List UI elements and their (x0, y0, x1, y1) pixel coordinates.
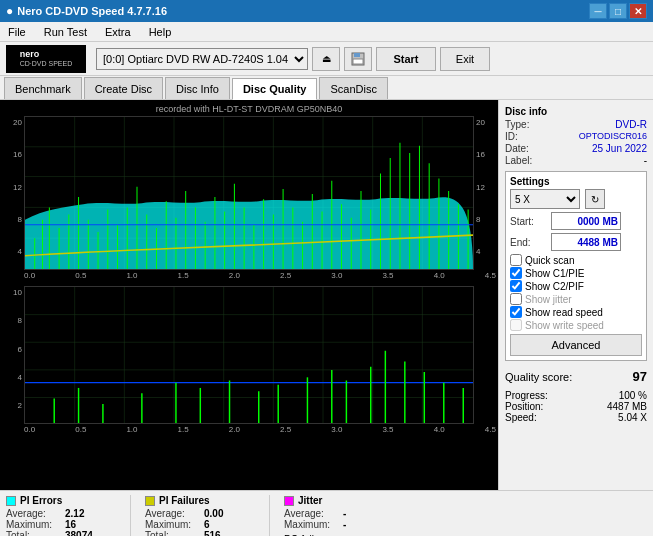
position-val: 4487 MB (607, 401, 647, 412)
position-row: Position: 4487 MB (505, 401, 647, 412)
show-jitter-row: Show jitter (510, 293, 642, 305)
show-c1pie-row: Show C1/PIE (510, 267, 642, 279)
speed-val: 5.04 X (618, 412, 647, 423)
disc-info-label: Disc info (505, 106, 647, 117)
jitter-avg-label: Average: (284, 508, 339, 519)
start-label: Start: (510, 216, 548, 227)
logo-text: nero (20, 50, 73, 60)
minimize-button[interactable]: ─ (589, 3, 607, 19)
tab-create-disc[interactable]: Create Disc (84, 77, 163, 99)
menu-help[interactable]: Help (145, 25, 176, 39)
drive-select[interactable]: [0:0] Optiarc DVD RW AD-7240S 1.04 (96, 48, 308, 70)
toolbar: nero CD·DVD SPEED [0:0] Optiarc DVD RW A… (0, 42, 653, 76)
bottom-x-axis: 0.00.51.01.52.02.53.03.54.04.5 (2, 424, 496, 438)
pif-total-val: 516 (204, 530, 244, 536)
start-input[interactable] (551, 212, 621, 230)
pi-errors-group: PI Errors Average: 2.12 Maximum: 16 Tota… (6, 495, 116, 536)
show-write-speed-row: Show write speed (510, 319, 642, 331)
show-c2pif-row: Show C2/PIF (510, 280, 642, 292)
eject-button[interactable]: ⏏ (312, 47, 340, 71)
chart-area: recorded with HL-DT-ST DVDRAM GP50NB40 2… (0, 100, 498, 490)
bottom-right-spacer (474, 286, 496, 424)
pi-failures-legend (145, 496, 155, 506)
quick-scan-checkbox[interactable] (510, 254, 522, 266)
jitter-group: Jitter Average: - Maximum: - PO failures… (284, 495, 394, 536)
pi-failures-header: PI Failures (145, 495, 255, 506)
show-jitter-label: Show jitter (525, 294, 572, 305)
speed-label: Speed: (505, 412, 537, 423)
pi-errors-total: Total: 38074 (6, 530, 116, 536)
pi-errors-legend (6, 496, 16, 506)
tab-benchmark[interactable]: Benchmark (4, 77, 82, 99)
pi-failures-label: PI Failures (159, 495, 210, 506)
disc-id-val: OPTODISCR016 (579, 131, 647, 142)
divider-1 (130, 495, 131, 536)
refresh-icon: ↻ (591, 194, 599, 205)
settings-label: Settings (510, 176, 642, 187)
pi-errors-avg: Average: 2.12 (6, 508, 116, 519)
show-write-speed-checkbox[interactable] (510, 319, 522, 331)
menu-extra[interactable]: Extra (101, 25, 135, 39)
save-button[interactable] (344, 47, 372, 71)
exit-button[interactable]: Exit (440, 47, 490, 71)
pi-failures-avg: Average: 0.00 (145, 508, 255, 519)
maximize-button[interactable]: □ (609, 3, 627, 19)
jitter-avg-val: - (343, 508, 383, 519)
show-c1pie-checkbox[interactable] (510, 267, 522, 279)
advanced-button[interactable]: Advanced (510, 334, 642, 356)
chart-title: recorded with HL-DT-ST DVDRAM GP50NB40 (2, 104, 496, 116)
position-label: Position: (505, 401, 543, 412)
progress-val: 100 % (619, 390, 647, 401)
window-title: Nero CD-DVD Speed 4.7.7.16 (17, 5, 167, 17)
menu-bar: File Run Test Extra Help (0, 22, 653, 42)
jitter-max-val: - (343, 519, 383, 530)
disc-date-val: 25 Jun 2022 (592, 143, 647, 154)
show-c2pif-checkbox[interactable] (510, 280, 522, 292)
end-row: End: (510, 233, 642, 251)
disc-label-key: Label: (505, 155, 532, 166)
close-button[interactable]: ✕ (629, 3, 647, 19)
quality-label: Quality score: (505, 371, 572, 383)
disc-id-key: ID: (505, 131, 518, 142)
refresh-button[interactable]: ↻ (585, 189, 605, 209)
quality-score-row: Quality score: 97 (505, 369, 647, 384)
end-input[interactable] (551, 233, 621, 251)
tab-scan-disc[interactable]: ScanDisc (319, 77, 387, 99)
title-bar-left: ● Nero CD-DVD Speed 4.7.7.16 (6, 4, 167, 18)
top-right-y-axis: 20161284 (474, 116, 496, 270)
right-panel: Disc info Type: DVD-R ID: OPTODISCR016 D… (498, 100, 653, 490)
speed-select[interactable]: 5 X (510, 189, 580, 209)
pi-failures-group: PI Failures Average: 0.00 Maximum: 6 Tot… (145, 495, 255, 536)
save-icon (351, 52, 365, 66)
jitter-header: Jitter (284, 495, 394, 506)
show-read-speed-checkbox[interactable] (510, 306, 522, 318)
menu-run-test[interactable]: Run Test (40, 25, 91, 39)
tab-disc-quality[interactable]: Disc Quality (232, 78, 318, 100)
tab-disc-info[interactable]: Disc Info (165, 77, 230, 99)
disc-label-row: Label: - (505, 155, 647, 166)
pif-avg-val: 0.00 (204, 508, 244, 519)
disc-date-row: Date: 25 Jun 2022 (505, 143, 647, 154)
disc-label-val: - (644, 155, 647, 166)
quick-scan-label: Quick scan (525, 255, 574, 266)
pif-max-val: 6 (204, 519, 244, 530)
start-row: Start: (510, 212, 642, 230)
show-jitter-checkbox[interactable] (510, 293, 522, 305)
progress-label: Progress: (505, 390, 548, 401)
disc-type-row: Type: DVD-R (505, 119, 647, 130)
top-chart-svg (25, 117, 473, 269)
pi-max-val: 16 (65, 519, 105, 530)
jitter-max: Maximum: - (284, 519, 394, 530)
disc-type-key: Type: (505, 119, 529, 130)
stats-bar: PI Errors Average: 2.12 Maximum: 16 Tota… (0, 490, 653, 536)
pi-total-val: 38074 (65, 530, 105, 536)
svg-rect-2 (353, 59, 363, 64)
jitter-avg: Average: - (284, 508, 394, 519)
start-button[interactable]: Start (376, 47, 436, 71)
show-read-speed-label: Show read speed (525, 307, 603, 318)
progress-section: Progress: 100 % Position: 4487 MB Speed:… (505, 390, 647, 423)
menu-file[interactable]: File (4, 25, 30, 39)
jitter-legend (284, 496, 294, 506)
pi-errors-label: PI Errors (20, 495, 62, 506)
quality-value: 97 (633, 369, 647, 384)
